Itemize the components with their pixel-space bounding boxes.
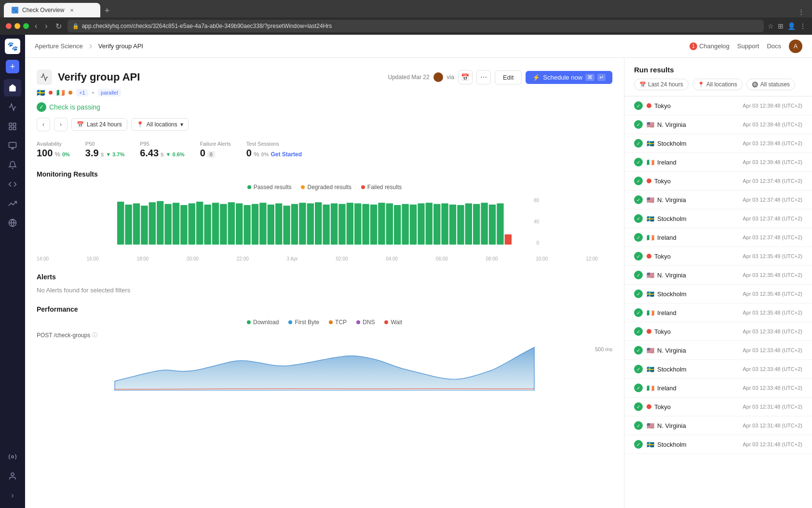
tcp-dot bbox=[329, 320, 333, 324]
sidebar-item-expand[interactable]: › bbox=[4, 487, 21, 504]
result-location-name: 🇸🇪Stockholm bbox=[647, 290, 739, 298]
run-result-item[interactable]: ✓🇮🇪IrelandApr 03 12:33:48 (UTC+2) bbox=[624, 379, 812, 398]
run-result-item[interactable]: ✓🇸🇪StockholmApr 03 12:39:48 (UTC+2) bbox=[624, 134, 812, 153]
get-started-link[interactable]: Get Started bbox=[271, 151, 302, 158]
svg-rect-30 bbox=[244, 205, 250, 245]
result-flag: 🇺🇸 bbox=[647, 121, 654, 128]
schedule-button[interactable]: ⚡ Schedule now ⌘ ↵ bbox=[526, 71, 612, 84]
reload-button[interactable]: ↻ bbox=[54, 21, 64, 32]
url-bar[interactable]: 🔒 app.checklyhq.com/checks/3264c851-e5ae… bbox=[68, 20, 764, 32]
filter-locations-button[interactable]: 📍 All locations bbox=[692, 79, 743, 90]
svg-rect-37 bbox=[299, 203, 306, 245]
stats-row: Availability 100 % 0% P50 3.9 s ▼ 3.7% bbox=[37, 141, 612, 159]
sidebar-item-globe[interactable] bbox=[4, 214, 21, 232]
wait-label: Wait bbox=[391, 319, 402, 326]
forward-button[interactable]: › bbox=[43, 21, 49, 31]
result-timestamp: Apr 03 12:31:48 (UTC+2) bbox=[743, 423, 802, 428]
result-timestamp: Apr 03 12:37:48 (UTC+2) bbox=[743, 178, 802, 184]
svg-rect-36 bbox=[291, 204, 298, 245]
result-status-icon: ✓ bbox=[634, 139, 643, 148]
sidebar-item-monitor[interactable] bbox=[4, 137, 21, 154]
tab-close-button[interactable]: ✕ bbox=[68, 6, 76, 14]
svg-rect-23 bbox=[189, 204, 195, 245]
extensions-icon[interactable]: ⊞ bbox=[778, 22, 784, 30]
run-result-item[interactable]: ✓🇸🇪StockholmApr 03 12:33:48 (UTC+2) bbox=[624, 360, 812, 379]
result-status-icon: ✓ bbox=[634, 120, 643, 129]
run-result-item[interactable]: ✓TokyoApr 03 12:39:48 (UTC+2) bbox=[624, 96, 812, 115]
sidebar-item-trending[interactable] bbox=[4, 195, 21, 212]
run-result-item[interactable]: ✓🇺🇸N. VirginiaApr 03 12:33:48 (UTC+2) bbox=[624, 341, 812, 360]
sidebar-item-grid[interactable] bbox=[4, 118, 21, 135]
run-result-item[interactable]: ✓🇺🇸N. VirginiaApr 03 12:31:48 (UTC+2) bbox=[624, 416, 812, 435]
locations-selector[interactable]: 📍 All locations ▾ bbox=[131, 118, 189, 131]
browser-tab-active[interactable]: 🐾 Check Overview ✕ bbox=[4, 3, 100, 17]
run-result-item[interactable]: ✓TokyoApr 03 12:31:48 (UTC+2) bbox=[624, 398, 812, 416]
result-location-text: Ireland bbox=[657, 309, 677, 316]
chevron-down-icon: ▾ bbox=[180, 121, 183, 128]
add-button[interactable]: + bbox=[6, 60, 19, 73]
support-link[interactable]: Support bbox=[737, 42, 759, 50]
result-status-icon: ✓ bbox=[634, 365, 643, 373]
calendar-icon-button[interactable]: 📅 bbox=[458, 70, 473, 84]
filter-period-button[interactable]: 📅 Last 24 hours bbox=[634, 79, 689, 90]
user-avatar[interactable]: A bbox=[789, 40, 802, 53]
browser-menu-button[interactable]: ⋮ bbox=[794, 6, 808, 17]
run-results-list: ✓TokyoApr 03 12:39:48 (UTC+2)✓🇺🇸N. Virgi… bbox=[624, 96, 812, 508]
bookmark-icon[interactable]: ☆ bbox=[768, 22, 774, 30]
result-status-icon: ✓ bbox=[634, 252, 643, 261]
run-result-item[interactable]: ✓TokyoApr 03 12:35:49 (UTC+2) bbox=[624, 247, 812, 266]
traffic-light-red[interactable] bbox=[6, 23, 12, 29]
location-pin-icon: 📍 bbox=[136, 121, 144, 128]
run-result-item[interactable]: ✓🇺🇸N. VirginiaApr 03 12:37:48 (UTC+2) bbox=[624, 191, 812, 209]
dns-dot bbox=[356, 320, 360, 324]
run-result-item[interactable]: ✓TokyoApr 03 12:33:48 (UTC+2) bbox=[624, 322, 812, 341]
run-result-item[interactable]: ✓🇮🇪IrelandApr 03 12:39:48 (UTC+2) bbox=[624, 153, 812, 172]
svg-rect-43 bbox=[347, 203, 353, 245]
legend-passed-label: Passed results bbox=[254, 184, 292, 191]
svg-point-9 bbox=[12, 456, 14, 458]
run-result-item[interactable]: ✓🇸🇪StockholmApr 03 12:31:48 (UTC+2) bbox=[624, 435, 812, 454]
legend-degraded: Degraded results bbox=[301, 184, 351, 191]
changelog-button[interactable]: 1 Changelog bbox=[690, 42, 730, 50]
result-location-name: 🇸🇪Stockholm bbox=[647, 140, 739, 147]
sidebar-item-activity[interactable] bbox=[4, 98, 21, 116]
run-result-item[interactable]: ✓🇺🇸N. VirginiaApr 03 12:35:48 (UTC+2) bbox=[624, 266, 812, 285]
svg-rect-2 bbox=[9, 127, 12, 130]
breadcrumb-org[interactable]: Aperture Science bbox=[35, 42, 83, 50]
traffic-light-green[interactable] bbox=[23, 23, 29, 29]
back-button[interactable]: ‹ bbox=[33, 21, 39, 31]
sidebar-item-settings[interactable] bbox=[4, 448, 21, 466]
more-options-button[interactable]: ⋯ bbox=[476, 70, 491, 84]
next-period-button[interactable]: › bbox=[54, 118, 68, 131]
run-result-item[interactable]: ✓TokyoApr 03 12:37:48 (UTC+2) bbox=[624, 172, 812, 191]
prev-period-button[interactable]: ‹ bbox=[37, 118, 50, 131]
run-result-item[interactable]: ✓🇮🇪IrelandApr 03 12:37:48 (UTC+2) bbox=[624, 228, 812, 247]
sidebar-item-user[interactable] bbox=[4, 467, 21, 485]
period-selector[interactable]: 📅 Last 24 hours bbox=[71, 118, 127, 131]
traffic-light-yellow[interactable] bbox=[14, 23, 20, 29]
info-icon[interactable]: ⓘ bbox=[92, 331, 97, 339]
test-sessions-value: 0 % 0% Get Started bbox=[246, 148, 302, 159]
svg-rect-40 bbox=[323, 205, 329, 245]
run-result-item[interactable]: ✓🇺🇸N. VirginiaApr 03 12:39:48 (UTC+2) bbox=[624, 115, 812, 134]
availability-label: Availability bbox=[37, 141, 70, 147]
sidebar-item-code[interactable] bbox=[4, 176, 21, 193]
more-icon[interactable]: ⋮ bbox=[799, 22, 806, 30]
edit-button[interactable]: Edit bbox=[495, 70, 522, 84]
new-tab-button[interactable]: + bbox=[100, 4, 114, 17]
sidebar-item-bell[interactable] bbox=[4, 156, 21, 174]
profile-icon[interactable]: 👤 bbox=[787, 22, 796, 30]
first-byte-dot bbox=[288, 320, 292, 324]
stat-p95: P95 6.43 s ▼ 0.6% bbox=[140, 141, 184, 159]
svg-rect-62 bbox=[497, 204, 503, 245]
run-result-item[interactable]: ✓🇮🇪IrelandApr 03 12:35:48 (UTC+2) bbox=[624, 303, 812, 322]
run-result-item[interactable]: ✓🇸🇪StockholmApr 03 12:35:48 (UTC+2) bbox=[624, 285, 812, 303]
docs-link[interactable]: Docs bbox=[767, 42, 781, 50]
svg-rect-27 bbox=[220, 204, 227, 245]
result-location-text: N. Virginia bbox=[657, 272, 686, 279]
svg-rect-19 bbox=[157, 201, 163, 245]
sidebar-item-home[interactable] bbox=[4, 79, 21, 96]
filter-statuses-button[interactable]: 🔘 All statuses bbox=[746, 79, 795, 90]
run-result-item[interactable]: ✓🇸🇪StockholmApr 03 12:37:48 (UTC+2) bbox=[624, 209, 812, 228]
check-tags: 🇸🇪 🇮🇪 +1 • parallel bbox=[37, 89, 612, 96]
